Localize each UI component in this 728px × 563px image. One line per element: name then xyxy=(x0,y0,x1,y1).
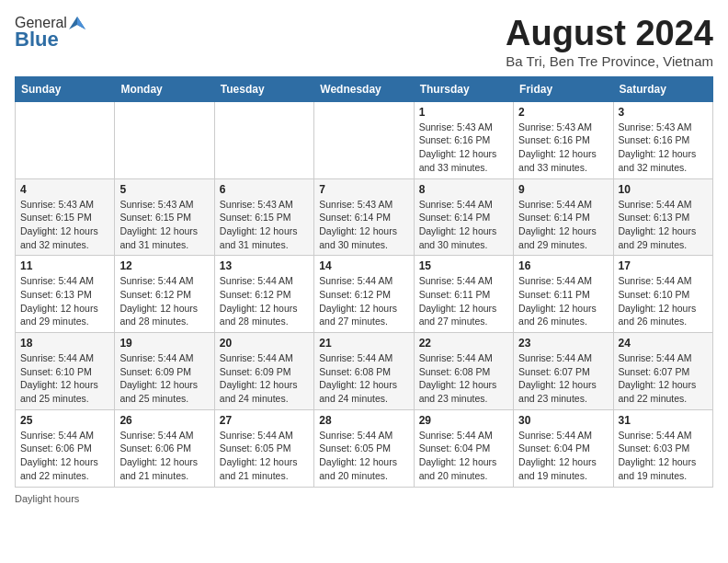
day-number: 3 xyxy=(619,106,708,119)
calendar-cell: 11Sunrise: 5:44 AM Sunset: 6:13 PM Dayli… xyxy=(16,256,115,333)
svg-marker-1 xyxy=(77,17,85,29)
calendar-header-tuesday: Tuesday xyxy=(214,76,313,101)
day-number: 22 xyxy=(419,337,508,350)
day-number: 16 xyxy=(518,259,608,272)
day-detail: Sunrise: 5:43 AM Sunset: 6:15 PM Dayligh… xyxy=(20,198,109,252)
calendar-cell: 16Sunrise: 5:44 AM Sunset: 6:11 PM Dayli… xyxy=(514,256,613,333)
calendar-week-3: 18Sunrise: 5:44 AM Sunset: 6:10 PM Dayli… xyxy=(16,333,713,410)
day-detail: Sunrise: 5:44 AM Sunset: 6:09 PM Dayligh… xyxy=(119,351,209,406)
calendar-week-1: 4Sunrise: 5:43 AM Sunset: 6:15 PM Daylig… xyxy=(16,178,713,256)
calendar-cell: 31Sunrise: 5:44 AM Sunset: 6:03 PM Dayli… xyxy=(613,409,712,487)
calendar-cell: 2Sunrise: 5:43 AM Sunset: 6:16 PM Daylig… xyxy=(514,101,613,178)
day-detail: Sunrise: 5:44 AM Sunset: 6:04 PM Dayligh… xyxy=(419,429,508,483)
day-detail: Sunrise: 5:44 AM Sunset: 6:03 PM Dayligh… xyxy=(619,429,708,483)
calendar-cell: 25Sunrise: 5:44 AM Sunset: 6:06 PM Dayli… xyxy=(16,409,115,487)
day-detail: Sunrise: 5:43 AM Sunset: 6:16 PM Dayligh… xyxy=(619,121,708,175)
day-number: 25 xyxy=(20,414,109,427)
calendar-header-saturday: Saturday xyxy=(613,76,712,101)
day-detail: Sunrise: 5:44 AM Sunset: 6:11 PM Dayligh… xyxy=(419,274,508,328)
day-detail: Sunrise: 5:44 AM Sunset: 6:07 PM Dayligh… xyxy=(518,351,608,406)
day-detail: Sunrise: 5:44 AM Sunset: 6:07 PM Dayligh… xyxy=(619,351,708,406)
day-number: 21 xyxy=(319,337,408,350)
calendar-cell: 5Sunrise: 5:43 AM Sunset: 6:15 PM Daylig… xyxy=(115,178,214,256)
calendar-cell: 30Sunrise: 5:44 AM Sunset: 6:04 PM Dayli… xyxy=(514,409,613,487)
day-detail: Sunrise: 5:44 AM Sunset: 6:10 PM Dayligh… xyxy=(619,274,708,328)
day-detail: Sunrise: 5:44 AM Sunset: 6:04 PM Dayligh… xyxy=(518,429,608,483)
calendar-header-row: SundayMondayTuesdayWednesdayThursdayFrid… xyxy=(16,76,713,101)
day-number: 13 xyxy=(220,259,309,272)
day-number: 4 xyxy=(20,183,109,196)
day-detail: Sunrise: 5:44 AM Sunset: 6:14 PM Dayligh… xyxy=(518,198,608,252)
day-number: 31 xyxy=(619,414,708,427)
day-detail: Sunrise: 5:44 AM Sunset: 6:14 PM Dayligh… xyxy=(419,198,508,252)
calendar-cell: 14Sunrise: 5:44 AM Sunset: 6:12 PM Dayli… xyxy=(314,256,414,333)
day-detail: Sunrise: 5:44 AM Sunset: 6:12 PM Dayligh… xyxy=(319,274,408,328)
calendar-cell: 29Sunrise: 5:44 AM Sunset: 6:04 PM Dayli… xyxy=(414,409,513,487)
logo-blue-text: Blue xyxy=(15,28,59,52)
day-number: 19 xyxy=(119,337,209,350)
day-detail: Sunrise: 5:43 AM Sunset: 6:16 PM Dayligh… xyxy=(419,121,508,175)
day-detail: Sunrise: 5:44 AM Sunset: 6:06 PM Dayligh… xyxy=(119,429,209,483)
day-number: 30 xyxy=(518,414,608,427)
day-detail: Sunrise: 5:44 AM Sunset: 6:12 PM Dayligh… xyxy=(220,274,309,328)
calendar-cell: 6Sunrise: 5:43 AM Sunset: 6:15 PM Daylig… xyxy=(214,178,313,256)
calendar-cell: 18Sunrise: 5:44 AM Sunset: 6:10 PM Dayli… xyxy=(16,333,115,410)
calendar-cell: 12Sunrise: 5:44 AM Sunset: 6:12 PM Dayli… xyxy=(115,256,214,333)
day-number: 20 xyxy=(220,337,309,350)
day-detail: Sunrise: 5:44 AM Sunset: 6:08 PM Dayligh… xyxy=(319,351,408,406)
logo: General Blue xyxy=(15,15,85,52)
day-number: 23 xyxy=(518,337,608,350)
day-detail: Sunrise: 5:43 AM Sunset: 6:16 PM Dayligh… xyxy=(518,121,608,175)
calendar-header-sunday: Sunday xyxy=(16,76,115,101)
calendar-header-thursday: Thursday xyxy=(414,76,513,101)
day-number: 28 xyxy=(319,414,408,427)
day-number: 5 xyxy=(119,183,209,196)
calendar-cell: 20Sunrise: 5:44 AM Sunset: 6:09 PM Dayli… xyxy=(214,333,313,410)
calendar-header-wednesday: Wednesday xyxy=(314,76,414,101)
day-number: 15 xyxy=(419,259,508,272)
calendar-title: August 2024 xyxy=(506,15,713,53)
day-detail: Sunrise: 5:43 AM Sunset: 6:15 PM Dayligh… xyxy=(119,198,209,252)
logo-bird-icon xyxy=(69,15,85,31)
day-detail: Sunrise: 5:44 AM Sunset: 6:08 PM Dayligh… xyxy=(419,351,508,406)
calendar-cell: 27Sunrise: 5:44 AM Sunset: 6:05 PM Dayli… xyxy=(214,409,313,487)
calendar-cell: 17Sunrise: 5:44 AM Sunset: 6:10 PM Dayli… xyxy=(613,256,712,333)
header: General Blue August 2024 Ba Tri, Ben Tre… xyxy=(15,15,713,69)
day-number: 29 xyxy=(419,414,508,427)
calendar-week-0: 1Sunrise: 5:43 AM Sunset: 6:16 PM Daylig… xyxy=(16,101,713,178)
day-number: 18 xyxy=(20,337,109,350)
calendar-cell: 26Sunrise: 5:44 AM Sunset: 6:06 PM Dayli… xyxy=(115,409,214,487)
calendar-cell: 8Sunrise: 5:44 AM Sunset: 6:14 PM Daylig… xyxy=(414,178,513,256)
calendar-cell: 15Sunrise: 5:44 AM Sunset: 6:11 PM Dayli… xyxy=(414,256,513,333)
calendar-cell: 9Sunrise: 5:44 AM Sunset: 6:14 PM Daylig… xyxy=(514,178,613,256)
calendar-week-2: 11Sunrise: 5:44 AM Sunset: 6:13 PM Dayli… xyxy=(16,256,713,333)
day-number: 14 xyxy=(319,259,408,272)
day-number: 10 xyxy=(619,183,708,196)
day-number: 1 xyxy=(419,106,508,119)
day-number: 27 xyxy=(220,414,309,427)
calendar-cell xyxy=(214,101,313,178)
day-detail: Sunrise: 5:44 AM Sunset: 6:12 PM Dayligh… xyxy=(119,274,209,328)
calendar-cell xyxy=(16,101,115,178)
day-number: 11 xyxy=(20,259,109,272)
calendar-cell: 13Sunrise: 5:44 AM Sunset: 6:12 PM Dayli… xyxy=(214,256,313,333)
day-number: 26 xyxy=(119,414,209,427)
calendar-cell: 22Sunrise: 5:44 AM Sunset: 6:08 PM Dayli… xyxy=(414,333,513,410)
calendar-table: SundayMondayTuesdayWednesdayThursdayFrid… xyxy=(15,76,713,488)
day-detail: Sunrise: 5:44 AM Sunset: 6:05 PM Dayligh… xyxy=(220,429,309,483)
day-detail: Sunrise: 5:44 AM Sunset: 6:13 PM Dayligh… xyxy=(20,274,109,328)
calendar-header-monday: Monday xyxy=(115,76,214,101)
calendar-cell: 21Sunrise: 5:44 AM Sunset: 6:08 PM Dayli… xyxy=(314,333,414,410)
calendar-week-4: 25Sunrise: 5:44 AM Sunset: 6:06 PM Dayli… xyxy=(16,409,713,487)
day-detail: Sunrise: 5:44 AM Sunset: 6:11 PM Dayligh… xyxy=(518,274,608,328)
calendar-cell xyxy=(115,101,214,178)
day-detail: Sunrise: 5:43 AM Sunset: 6:15 PM Dayligh… xyxy=(220,198,309,252)
day-detail: Sunrise: 5:44 AM Sunset: 6:05 PM Dayligh… xyxy=(319,429,408,483)
day-number: 6 xyxy=(220,183,309,196)
calendar-cell: 1Sunrise: 5:43 AM Sunset: 6:16 PM Daylig… xyxy=(414,101,513,178)
day-number: 7 xyxy=(319,183,408,196)
day-detail: Sunrise: 5:44 AM Sunset: 6:06 PM Dayligh… xyxy=(20,429,109,483)
calendar-header-friday: Friday xyxy=(514,76,613,101)
calendar-cell: 3Sunrise: 5:43 AM Sunset: 6:16 PM Daylig… xyxy=(613,101,712,178)
day-detail: Sunrise: 5:43 AM Sunset: 6:14 PM Dayligh… xyxy=(319,198,408,252)
